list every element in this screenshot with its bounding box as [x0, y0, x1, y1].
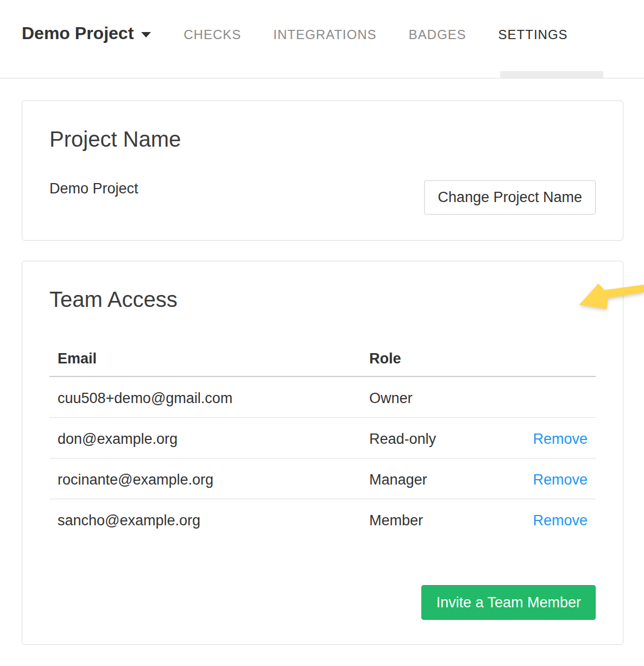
team-table: Email Role cuu508+demo@gmail.com Owner d… [49, 345, 596, 539]
table-row: cuu508+demo@gmail.com Owner [49, 376, 596, 418]
tab-badges[interactable]: BADGES [409, 28, 466, 41]
team-access-card: Team Access Email Role cuu508+demo@gmail… [22, 261, 623, 645]
tab-checks[interactable]: CHECKS [184, 28, 241, 41]
top-navbar: Demo Project CHECKSINTEGRATIONSBADGESSET… [0, 0, 644, 79]
member-email: sancho@example.org [49, 499, 361, 540]
remove-link[interactable]: Remove [533, 512, 588, 529]
member-role: Manager [361, 458, 508, 499]
invite-team-member-button[interactable]: Invite a Team Member [421, 585, 596, 620]
header-tabs: CHECKSINTEGRATIONSBADGESSETTINGS [184, 28, 567, 41]
change-project-name-button[interactable]: Change Project Name [424, 180, 596, 215]
chevron-down-icon [141, 32, 151, 37]
project-switcher[interactable]: Demo Project [22, 22, 151, 44]
current-project-name: Demo Project [49, 180, 138, 197]
member-role: Member [361, 499, 508, 540]
member-role: Read-only [361, 418, 508, 458]
project-title-label: Demo Project [22, 23, 134, 43]
project-name-heading: Project Name [49, 127, 596, 151]
table-header-row: Email Role [49, 345, 596, 376]
table-row: don@example.org Read-only Remove [49, 418, 596, 458]
project-settings-page: Demo Project CHECKSINTEGRATIONSBADGESSET… [0, 0, 644, 666]
active-tab-indicator [500, 71, 603, 78]
project-name-card: Project Name Demo Project Change Project… [22, 100, 623, 241]
team-access-heading: Team Access [49, 287, 596, 311]
member-email: don@example.org [49, 418, 361, 458]
table-row: rocinante@example.org Manager Remove [49, 458, 596, 499]
team-table-body: cuu508+demo@gmail.com Owner don@example.… [49, 376, 596, 539]
remove-link[interactable]: Remove [533, 431, 588, 447]
table-row: sancho@example.org Member Remove [49, 499, 596, 540]
member-role: Owner [361, 376, 508, 418]
remove-link[interactable]: Remove [533, 472, 588, 488]
role-column-header: Role [361, 345, 508, 376]
member-email: cuu508+demo@gmail.com [49, 376, 361, 418]
email-column-header: Email [49, 345, 361, 376]
tab-settings[interactable]: SETTINGS [498, 28, 568, 41]
action-column-header [508, 345, 596, 376]
member-email: rocinante@example.org [49, 458, 361, 499]
tab-integrations[interactable]: INTEGRATIONS [273, 28, 376, 41]
